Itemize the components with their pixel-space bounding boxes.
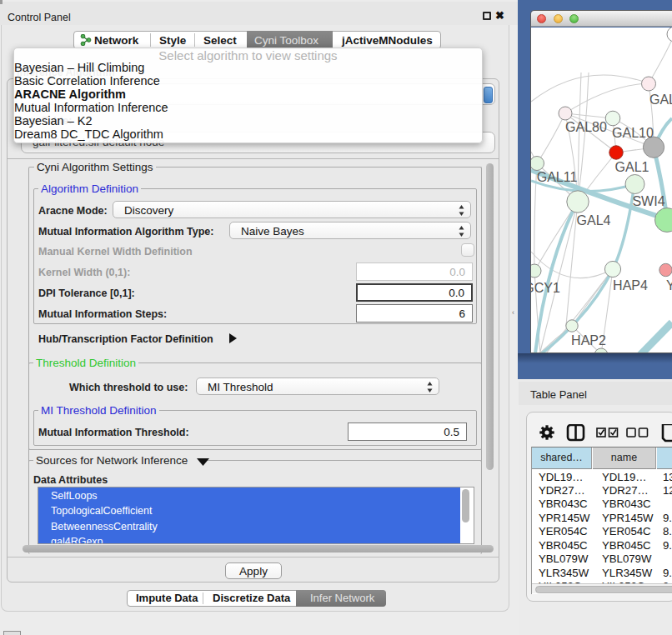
svg-text:GAL7: GAL7	[649, 92, 672, 107]
svg-text:GAL1: GAL1	[615, 160, 649, 174]
svg-text:HAP4: HAP4	[613, 278, 648, 292]
svg-text:HAP2: HAP2	[571, 333, 606, 348]
svg-text:GAL11: GAL11	[537, 170, 578, 184]
svg-text:YM: YM	[666, 278, 672, 292]
svg-text:SWI4: SWI4	[632, 194, 664, 208]
svg-text:GAL10: GAL10	[612, 126, 654, 140]
svg-text:GCY1: GCY1	[531, 281, 560, 295]
svg-text:GAL4: GAL4	[577, 213, 611, 228]
svg-text:GAL80: GAL80	[565, 120, 607, 134]
